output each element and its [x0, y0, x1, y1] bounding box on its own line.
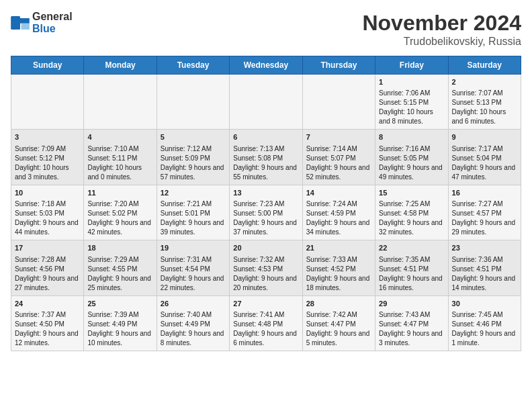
day-info: Sunrise: 7:32 AM Sunset: 4:53 PM Dayligh… — [233, 256, 297, 291]
calendar-cell — [84, 75, 157, 130]
calendar-week-2: 3Sunrise: 7:09 AM Sunset: 5:12 PM Daylig… — [11, 130, 521, 185]
weekday-header-tuesday: Tuesday — [157, 56, 229, 75]
calendar-cell — [157, 75, 229, 130]
calendar-cell: 19Sunrise: 7:31 AM Sunset: 4:54 PM Dayli… — [157, 240, 229, 295]
calendar-cell: 2Sunrise: 7:07 AM Sunset: 5:13 PM Daylig… — [448, 75, 521, 130]
weekday-header-saturday: Saturday — [448, 56, 521, 75]
weekday-header-row: SundayMondayTuesdayWednesdayThursdayFrid… — [11, 56, 521, 75]
calendar-cell: 9Sunrise: 7:17 AM Sunset: 5:04 PM Daylig… — [448, 130, 521, 185]
day-number: 4 — [87, 132, 152, 142]
day-number: 6 — [233, 132, 298, 142]
day-info: Sunrise: 7:27 AM Sunset: 4:57 PM Dayligh… — [452, 200, 516, 236]
day-info: Sunrise: 7:40 AM Sunset: 4:49 PM Dayligh… — [161, 311, 224, 347]
calendar-week-4: 17Sunrise: 7:28 AM Sunset: 4:56 PM Dayli… — [11, 240, 521, 295]
day-info: Sunrise: 7:41 AM Sunset: 4:48 PM Dayligh… — [233, 311, 297, 347]
logo-general: General — [32, 11, 73, 22]
calendar-cell: 8Sunrise: 7:16 AM Sunset: 5:05 PM Daylig… — [375, 130, 448, 185]
day-number: 28 — [306, 299, 371, 309]
day-info: Sunrise: 7:23 AM Sunset: 5:00 PM Dayligh… — [233, 200, 297, 236]
day-number: 26 — [161, 299, 226, 309]
day-number: 15 — [379, 188, 444, 198]
day-info: Sunrise: 7:43 AM Sunset: 4:47 PM Dayligh… — [379, 311, 443, 347]
day-info: Sunrise: 7:31 AM Sunset: 4:54 PM Dayligh… — [161, 256, 224, 291]
day-info: Sunrise: 7:17 AM Sunset: 5:04 PM Dayligh… — [452, 145, 516, 181]
day-info: Sunrise: 7:13 AM Sunset: 5:08 PM Dayligh… — [233, 145, 297, 181]
calendar-cell: 7Sunrise: 7:14 AM Sunset: 5:07 PM Daylig… — [302, 130, 375, 185]
calendar-cell: 10Sunrise: 7:18 AM Sunset: 5:03 PM Dayli… — [11, 185, 84, 240]
calendar-cell: 3Sunrise: 7:09 AM Sunset: 5:12 PM Daylig… — [11, 130, 84, 185]
day-number: 24 — [15, 299, 80, 309]
calendar-cell: 12Sunrise: 7:21 AM Sunset: 5:01 PM Dayli… — [157, 185, 229, 240]
day-info: Sunrise: 7:12 AM Sunset: 5:09 PM Dayligh… — [161, 145, 224, 181]
weekday-header-monday: Monday — [84, 56, 157, 75]
calendar-cell: 27Sunrise: 7:41 AM Sunset: 4:48 PM Dayli… — [230, 295, 302, 351]
svg-marker-1 — [20, 18, 30, 24]
page-title: November 2024 — [362, 11, 521, 36]
logo-blue: Blue — [32, 23, 56, 34]
calendar-cell — [11, 75, 84, 130]
day-number: 11 — [87, 188, 152, 198]
svg-marker-2 — [21, 24, 30, 30]
page-subtitle: Trudobelikovskiy, Russia — [362, 36, 521, 48]
day-info: Sunrise: 7:09 AM Sunset: 5:12 PM Dayligh… — [15, 145, 69, 181]
day-number: 23 — [452, 243, 517, 253]
day-number: 12 — [161, 188, 226, 198]
day-number: 25 — [87, 299, 152, 309]
calendar-cell: 4Sunrise: 7:10 AM Sunset: 5:11 PM Daylig… — [84, 130, 157, 185]
calendar-cell: 20Sunrise: 7:32 AM Sunset: 4:53 PM Dayli… — [230, 240, 302, 295]
day-number: 8 — [379, 132, 444, 142]
weekday-header-friday: Friday — [375, 56, 448, 75]
calendar-cell: 21Sunrise: 7:33 AM Sunset: 4:52 PM Dayli… — [302, 240, 375, 295]
calendar-cell: 26Sunrise: 7:40 AM Sunset: 4:49 PM Dayli… — [157, 295, 229, 351]
day-info: Sunrise: 7:06 AM Sunset: 5:15 PM Dayligh… — [379, 89, 433, 125]
day-number: 10 — [15, 188, 80, 198]
logo-text: General Blue — [32, 11, 73, 35]
day-info: Sunrise: 7:28 AM Sunset: 4:56 PM Dayligh… — [15, 256, 79, 291]
calendar-cell: 24Sunrise: 7:37 AM Sunset: 4:50 PM Dayli… — [11, 295, 84, 351]
day-info: Sunrise: 7:37 AM Sunset: 4:50 PM Dayligh… — [15, 311, 79, 347]
day-number: 20 — [233, 243, 298, 253]
calendar-cell: 17Sunrise: 7:28 AM Sunset: 4:56 PM Dayli… — [11, 240, 84, 295]
calendar-cell: 13Sunrise: 7:23 AM Sunset: 5:00 PM Dayli… — [230, 185, 302, 240]
day-number: 5 — [161, 132, 226, 142]
calendar-cell — [230, 75, 302, 130]
calendar-cell: 23Sunrise: 7:36 AM Sunset: 4:51 PM Dayli… — [448, 240, 521, 295]
day-number: 19 — [161, 243, 226, 253]
day-info: Sunrise: 7:25 AM Sunset: 4:58 PM Dayligh… — [379, 200, 443, 236]
day-info: Sunrise: 7:35 AM Sunset: 4:51 PM Dayligh… — [379, 256, 443, 291]
day-info: Sunrise: 7:33 AM Sunset: 4:52 PM Dayligh… — [306, 256, 370, 291]
calendar-cell: 5Sunrise: 7:12 AM Sunset: 5:09 PM Daylig… — [157, 130, 229, 185]
weekday-header-sunday: Sunday — [11, 56, 84, 75]
day-info: Sunrise: 7:20 AM Sunset: 5:02 PM Dayligh… — [87, 200, 151, 236]
day-info: Sunrise: 7:29 AM Sunset: 4:55 PM Dayligh… — [87, 256, 151, 291]
day-number: 7 — [306, 132, 371, 142]
calendar-cell: 28Sunrise: 7:42 AM Sunset: 4:47 PM Dayli… — [302, 295, 375, 351]
day-number: 27 — [233, 299, 298, 309]
calendar-cell: 18Sunrise: 7:29 AM Sunset: 4:55 PM Dayli… — [84, 240, 157, 295]
day-info: Sunrise: 7:16 AM Sunset: 5:05 PM Dayligh… — [379, 145, 443, 181]
calendar-cell: 14Sunrise: 7:24 AM Sunset: 4:59 PM Dayli… — [302, 185, 375, 240]
weekday-header-wednesday: Wednesday — [230, 56, 302, 75]
day-number: 18 — [87, 243, 152, 253]
calendar-cell: 11Sunrise: 7:20 AM Sunset: 5:02 PM Dayli… — [84, 185, 157, 240]
calendar-week-1: 1Sunrise: 7:06 AM Sunset: 5:15 PM Daylig… — [11, 75, 521, 130]
day-number: 2 — [452, 77, 517, 87]
day-info: Sunrise: 7:36 AM Sunset: 4:51 PM Dayligh… — [452, 256, 516, 291]
calendar-cell: 15Sunrise: 7:25 AM Sunset: 4:58 PM Dayli… — [375, 185, 448, 240]
calendar-cell: 25Sunrise: 7:39 AM Sunset: 4:49 PM Dayli… — [84, 295, 157, 351]
title-area: November 2024 Trudobelikovskiy, Russia — [362, 11, 521, 48]
day-number: 13 — [233, 188, 298, 198]
calendar-table: SundayMondayTuesdayWednesdayThursdayFrid… — [11, 56, 521, 351]
calendar-cell — [302, 75, 375, 130]
day-info: Sunrise: 7:24 AM Sunset: 4:59 PM Dayligh… — [306, 200, 370, 236]
calendar-cell: 6Sunrise: 7:13 AM Sunset: 5:08 PM Daylig… — [230, 130, 302, 185]
calendar-week-3: 10Sunrise: 7:18 AM Sunset: 5:03 PM Dayli… — [11, 185, 521, 240]
page-header: General Blue November 2024 Trudobelikovs… — [11, 11, 521, 48]
day-number: 30 — [452, 299, 517, 309]
calendar-cell: 16Sunrise: 7:27 AM Sunset: 4:57 PM Dayli… — [448, 185, 521, 240]
day-number: 22 — [379, 243, 444, 253]
day-number: 1 — [379, 77, 444, 87]
day-number: 16 — [452, 188, 517, 198]
day-info: Sunrise: 7:10 AM Sunset: 5:11 PM Dayligh… — [87, 145, 142, 181]
day-number: 3 — [15, 132, 80, 142]
